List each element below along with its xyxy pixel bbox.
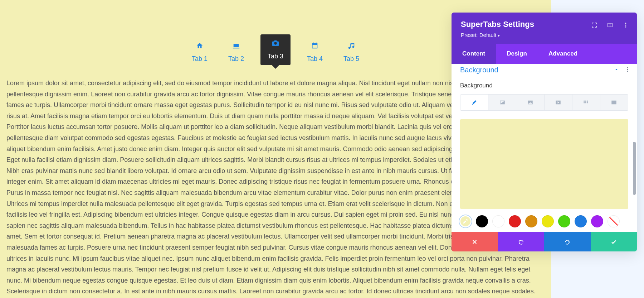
tab-1[interactable]: Tab 1 bbox=[187, 42, 212, 63]
tab-3[interactable]: Tab 3 bbox=[260, 34, 291, 65]
calendar-icon bbox=[311, 42, 319, 52]
bg-type-gradient[interactable] bbox=[488, 95, 516, 110]
section-tabs: Content Design Advanced bbox=[452, 44, 637, 64]
swatch-white[interactable] bbox=[492, 215, 504, 227]
color-swatches bbox=[452, 215, 637, 227]
tab-label: Tab 1 bbox=[192, 55, 208, 63]
tab-5[interactable]: Tab 5 bbox=[339, 42, 364, 63]
svg-point-5 bbox=[627, 71, 628, 72]
tab-label: Tab 5 bbox=[343, 55, 359, 63]
laptop-icon bbox=[232, 42, 240, 52]
swatch-blue[interactable] bbox=[575, 215, 587, 227]
panel-body: Background Background bbox=[452, 64, 637, 232]
svg-point-3 bbox=[627, 67, 628, 68]
redo-button[interactable] bbox=[544, 232, 591, 251]
undo-button[interactable] bbox=[498, 232, 545, 251]
bg-type-mask[interactable] bbox=[600, 95, 628, 110]
eyedropper-swatch[interactable] bbox=[459, 215, 472, 227]
bg-type-color[interactable] bbox=[460, 95, 488, 110]
camera-icon bbox=[272, 39, 279, 49]
svg-point-0 bbox=[625, 23, 626, 24]
background-type-tabs bbox=[460, 94, 628, 111]
tab-content[interactable]: Content bbox=[452, 44, 496, 64]
kebab-icon[interactable] bbox=[627, 67, 628, 73]
swatch-none[interactable] bbox=[608, 215, 620, 227]
tab-advanced[interactable]: Advanced bbox=[538, 44, 588, 64]
preset-dropdown[interactable]: Preset: Default bbox=[461, 32, 628, 38]
accordion-title-text: Background bbox=[460, 66, 498, 74]
more-icon[interactable] bbox=[623, 22, 629, 30]
swatch-red[interactable] bbox=[509, 215, 521, 227]
save-button[interactable] bbox=[591, 232, 637, 251]
swatch-yellow[interactable] bbox=[542, 215, 554, 227]
tab-design[interactable]: Design bbox=[496, 44, 538, 64]
scrollbar-thumb[interactable] bbox=[633, 142, 636, 195]
svg-point-1 bbox=[625, 25, 626, 26]
bg-type-video[interactable] bbox=[545, 95, 572, 110]
snap-icon[interactable] bbox=[607, 22, 613, 30]
home-icon bbox=[196, 42, 204, 52]
color-preview[interactable] bbox=[460, 119, 628, 209]
tab-2[interactable]: Tab 2 bbox=[224, 42, 248, 63]
field-label: Background bbox=[452, 78, 637, 94]
expand-icon[interactable] bbox=[591, 22, 597, 30]
swatch-green[interactable] bbox=[558, 215, 570, 227]
swatch-black[interactable] bbox=[476, 215, 488, 227]
bg-type-pattern[interactable] bbox=[572, 95, 600, 110]
chevron-up-icon[interactable] bbox=[614, 67, 619, 73]
svg-point-4 bbox=[627, 69, 628, 70]
panel-header: SuperTabs Settings Preset: Default bbox=[452, 13, 637, 44]
action-bar bbox=[452, 232, 637, 251]
svg-point-2 bbox=[625, 27, 626, 28]
settings-panel: SuperTabs Settings Preset: Default Conte… bbox=[452, 13, 637, 251]
music-icon bbox=[347, 42, 355, 52]
tab-4[interactable]: Tab 4 bbox=[303, 42, 327, 63]
accordion-header[interactable]: Background bbox=[452, 66, 637, 78]
swatch-orange[interactable] bbox=[525, 215, 537, 227]
tab-label: Tab 2 bbox=[228, 55, 244, 63]
swatch-purple[interactable] bbox=[591, 215, 603, 227]
tab-label: Tab 3 bbox=[268, 53, 283, 60]
bg-type-image[interactable] bbox=[516, 95, 544, 110]
cancel-button[interactable] bbox=[452, 232, 498, 251]
tab-label: Tab 4 bbox=[307, 55, 323, 63]
